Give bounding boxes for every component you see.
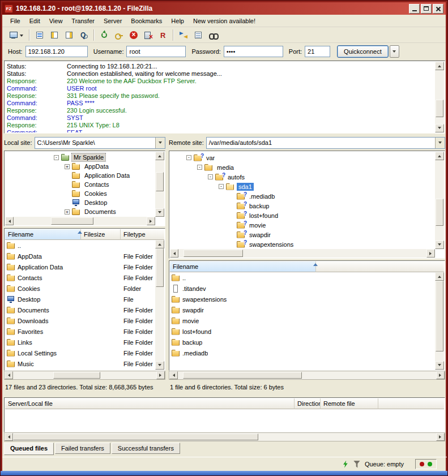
local-list-horizontal-scrollbar[interactable] [4, 371, 165, 380]
username-input[interactable] [126, 46, 186, 57]
scrollbar-track[interactable] [13, 433, 436, 441]
tree-item[interactable]: Cookies [11, 189, 155, 198]
host-input[interactable] [25, 46, 88, 57]
scroll-down-button[interactable] [155, 361, 164, 370]
tree-expander-icon[interactable]: - [186, 155, 191, 160]
scroll-left-button[interactable] [5, 217, 14, 225]
scrollbar-track[interactable] [178, 371, 436, 379]
scroll-left-button[interactable] [169, 371, 178, 379]
menu-item[interactable]: Help [167, 16, 189, 26]
scroll-up-button[interactable] [155, 240, 164, 248]
titlebar[interactable]: 192.168.1.20 - root@192.168.1.20 - FileZ… [2, 2, 446, 15]
file-row[interactable]: Links File Folder [5, 337, 155, 348]
scrollbar-track[interactable] [14, 217, 147, 225]
maximize-button[interactable] [421, 4, 432, 14]
remote-tree-horizontal-scrollbar[interactable] [170, 249, 435, 258]
queue-tab[interactable]: Failed transfers [55, 443, 110, 454]
file-row[interactable]: Documents File Folder [5, 305, 155, 315]
scroll-down-button[interactable] [435, 124, 444, 132]
process-queue-button[interactable] [112, 28, 126, 42]
toggle-local-tree-button[interactable] [47, 28, 62, 42]
column-header-filename[interactable]: Filename [5, 229, 81, 240]
column-header-server-local-file[interactable]: Server/Local file [5, 398, 295, 409]
tree-item[interactable]: movie [176, 220, 435, 230]
file-row[interactable]: .. [5, 240, 155, 251]
tree-item[interactable]: - sda1 [176, 182, 435, 191]
tree-item[interactable]: backup [176, 201, 435, 211]
cancel-button[interactable] [126, 28, 141, 42]
reconnect-button[interactable] [156, 28, 170, 42]
menu-item[interactable]: Bookmarks [126, 16, 167, 26]
tree-expander-icon[interactable]: + [65, 164, 70, 169]
local-tree-vertical-scrollbar[interactable] [155, 152, 164, 217]
tree-item[interactable]: - media [176, 162, 435, 172]
file-row[interactable]: Cookies Folder [5, 283, 155, 294]
dropdown-button[interactable] [155, 138, 165, 148]
file-row[interactable]: lost+found [170, 326, 435, 337]
tree-item[interactable]: + AppData [11, 162, 155, 171]
scroll-right-button[interactable] [147, 217, 155, 225]
scroll-left-button[interactable] [170, 249, 178, 258]
scrollbar-thumb[interactable] [53, 372, 100, 379]
port-input[interactable] [305, 46, 330, 57]
file-row[interactable]: .mediadb [170, 348, 435, 358]
tree-item[interactable]: swapextensions [176, 239, 435, 249]
scrollbar-thumb[interactable] [13, 434, 258, 440]
file-row[interactable]: Favorites File Folder [5, 326, 155, 337]
directory-comparison-button[interactable] [176, 28, 191, 42]
local-list-vertical-scrollbar[interactable] [155, 240, 164, 370]
column-header-remote-file[interactable]: Remote file [321, 398, 378, 409]
scrollbar-thumb[interactable] [184, 250, 243, 257]
find-files-button[interactable] [206, 28, 220, 42]
local-directory-tree[interactable]: - Mr Sparkle + AppData Application Data … [4, 151, 165, 226]
file-row[interactable]: AppData File Folder [5, 251, 155, 261]
scroll-right-button[interactable] [156, 371, 165, 379]
tree-item[interactable]: swapdir [176, 230, 435, 239]
scrollbar-thumb[interactable] [436, 281, 443, 351]
file-row[interactable]: backup [170, 337, 435, 348]
tree-expander-icon[interactable]: - [219, 184, 224, 189]
scrollbar-thumb[interactable] [51, 217, 93, 225]
remote-tree-vertical-scrollbar[interactable] [435, 152, 444, 249]
scroll-down-button[interactable] [155, 208, 164, 217]
tree-item[interactable]: lost+found [176, 211, 435, 220]
synchronized-browsing-button[interactable] [191, 28, 206, 42]
tree-item[interactable]: + Documents [11, 207, 155, 216]
site-manager-button[interactable] [5, 28, 27, 42]
dropdown-button[interactable] [435, 138, 445, 148]
splitter-collapse-arrow[interactable] [78, 229, 82, 234]
scrollbar-thumb[interactable] [436, 199, 443, 226]
column-header-direction[interactable]: Direction [295, 398, 321, 409]
tree-expander-icon[interactable]: + [65, 209, 70, 215]
refresh-button[interactable] [97, 28, 112, 42]
local-tree-horizontal-scrollbar[interactable] [5, 217, 155, 225]
column-header-filetype[interactable]: Filetype [121, 229, 164, 240]
scroll-right-button[interactable] [426, 249, 435, 258]
scroll-up-button[interactable] [435, 152, 444, 160]
scrollbar-track[interactable] [435, 281, 444, 361]
tree-item[interactable]: .mediadb [176, 191, 435, 201]
tree-item[interactable]: - autofs [176, 172, 435, 182]
scroll-right-button[interactable] [436, 371, 445, 379]
toggle-message-log-button[interactable] [32, 28, 47, 42]
scrollbar-track[interactable] [435, 160, 444, 241]
tree-item[interactable]: - Mr Sparkle [11, 153, 155, 162]
scroll-up-button[interactable] [435, 62, 444, 70]
quickconnect-dropdown-button[interactable] [390, 45, 399, 58]
scrollbar-thumb[interactable] [156, 172, 164, 191]
scrollbar-track[interactable] [178, 249, 426, 258]
tree-expander-icon[interactable]: - [54, 155, 59, 160]
column-header-filesize[interactable]: Filesize [81, 229, 121, 240]
menu-item[interactable]: Transfer [67, 16, 99, 26]
speed-limits-icon[interactable] [342, 461, 349, 468]
scroll-left-button[interactable] [5, 433, 13, 441]
file-row[interactable]: swapextensions [170, 294, 435, 305]
scroll-down-button[interactable] [435, 241, 444, 249]
directory-filter-icon[interactable] [353, 461, 360, 468]
remote-list-horizontal-scrollbar[interactable] [169, 371, 445, 380]
file-row[interactable]: .. [170, 272, 435, 283]
tree-expander-icon[interactable]: - [208, 174, 213, 179]
password-input[interactable] [224, 46, 283, 57]
file-row[interactable]: Downloads File Folder [5, 315, 155, 326]
remote-list-vertical-scrollbar[interactable] [435, 272, 444, 370]
